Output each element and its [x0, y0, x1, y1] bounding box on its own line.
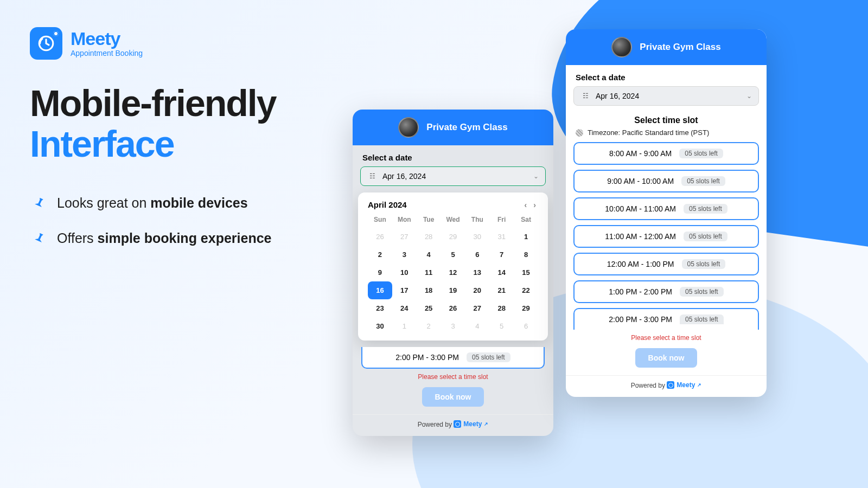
calendar-month-label: April 2024 — [368, 200, 407, 209]
selected-date: Apr 16, 2024 — [596, 92, 639, 100]
hero-heading-line2: Interface — [30, 123, 339, 165]
slots-left-badge: 05 slots left — [684, 204, 727, 214]
calendar-day[interactable]: 24 — [392, 299, 417, 317]
timeslot-range: 11:00 AM - 12:00 AM — [605, 232, 676, 241]
calendar-day[interactable]: 21 — [489, 281, 514, 299]
timeslot-range: 9:00 AM - 10:00 AM — [607, 177, 674, 185]
calendar-day[interactable]: 1 — [514, 228, 538, 246]
pin-icon — [30, 230, 46, 246]
select-timeslot-heading: Select time slot — [566, 112, 767, 129]
calendar-day[interactable]: 30 — [368, 317, 392, 335]
calendar-next-button[interactable]: › — [531, 201, 538, 209]
timeslot-row[interactable]: 10:00 AM - 11:00 AM05 slots left — [573, 197, 759, 220]
brand-name: Meety — [71, 29, 143, 48]
timeslot-row[interactable]: 9:00 AM - 10:00 AM05 slots left — [573, 170, 759, 192]
slots-left-badge: 05 slots left — [680, 287, 724, 297]
calendar-day[interactable]: 28 — [489, 299, 514, 317]
calendar-weekday-row: SunMonTueWedThuFriSat — [368, 214, 538, 228]
calendar-day: 31 — [489, 228, 514, 246]
calendar-day: 27 — [392, 228, 417, 246]
calendar-day[interactable]: 11 — [417, 264, 441, 281]
book-now-button[interactable]: Book now — [422, 387, 484, 407]
slots-left-badge: 05 slots left — [679, 149, 723, 158]
calendar-day[interactable]: 23 — [368, 299, 392, 317]
timeslot-row[interactable]: 1:00 PM - 2:00 PM05 slots left — [573, 280, 759, 303]
calendar-day[interactable]: 12 — [441, 264, 465, 281]
class-title: Private Gym Class — [426, 122, 507, 133]
chevron-down-icon: ⌄ — [533, 172, 539, 180]
calendar-day[interactable]: 25 — [417, 299, 441, 317]
mobile-preview-calendar: Private Gym Class Select a date ☷ Apr 16… — [353, 110, 553, 436]
calendar-weekday: Mon — [392, 214, 417, 228]
calendar-day[interactable]: 16 — [368, 281, 392, 299]
powered-logo[interactable]: Meety↗ — [454, 420, 488, 428]
feature-bullet-1: Looks great on mobile devices — [30, 195, 339, 211]
timeslot-row[interactable]: 11:00 AM - 12:00 AM05 slots left — [573, 225, 759, 248]
book-now-button[interactable]: Book now — [635, 348, 698, 368]
calendar-day[interactable]: 4 — [417, 246, 441, 264]
calendar-day[interactable]: 27 — [465, 299, 489, 317]
class-avatar — [398, 117, 419, 138]
calendar-day[interactable]: 29 — [514, 299, 538, 317]
calendar-day[interactable]: 18 — [417, 281, 441, 299]
class-avatar — [611, 37, 632, 57]
calendar-day[interactable]: 2 — [368, 246, 392, 264]
calendar-day[interactable]: 13 — [465, 264, 489, 281]
calendar-day[interactable]: 26 — [441, 299, 465, 317]
calendar-icon: ☷ — [367, 171, 377, 181]
timeslot-range: 2:00 PM - 3:00 PM — [395, 353, 459, 362]
calendar-popover: April 2024 ‹ › SunMonTueWedThuFriSat 262… — [358, 192, 548, 341]
calendar-day[interactable]: 20 — [465, 281, 489, 299]
calendar-day[interactable]: 10 — [392, 264, 417, 281]
calendar-weekday: Tue — [417, 214, 441, 228]
calendar-weekday: Fri — [489, 214, 514, 228]
calendar-day: 29 — [441, 228, 465, 246]
calendar-weekday: Thu — [465, 214, 489, 228]
slots-left-badge: 05 slots left — [467, 352, 510, 362]
timezone-label: Timezone: Pacific Standard time (PST) — [588, 129, 709, 137]
chevron-down-icon: ⌄ — [746, 92, 752, 100]
date-picker-field[interactable]: ☷ Apr 16, 2024 ⌄ — [360, 166, 546, 186]
brand-logo-icon — [30, 27, 62, 60]
calendar-day[interactable]: 14 — [489, 264, 514, 281]
mobile-preview-timeslots: Private Gym Class Select a date ☷ Apr 16… — [566, 29, 767, 397]
timeslot-range: 12:00 AM - 1:00 PM — [607, 260, 674, 268]
calendar-day[interactable]: 7 — [489, 246, 514, 264]
calendar-day: 28 — [417, 228, 441, 246]
calendar-day[interactable]: 5 — [441, 246, 465, 264]
brand-tagline: Appointment Booking — [71, 49, 143, 57]
calendar-day: 5 — [489, 317, 514, 335]
class-title: Private Gym Class — [640, 42, 720, 53]
timeslot-row-peek[interactable]: 2:00 PM - 3:00 PM 05 slots left — [361, 347, 545, 369]
timeslot-row[interactable]: 12:00 AM - 1:00 PM05 slots left — [573, 253, 759, 275]
timeslot-row[interactable]: 2:00 PM - 3:00 PM05 slots left — [573, 308, 759, 330]
brand-lockup: Meety Appointment Booking — [30, 27, 339, 60]
select-date-label: Select a date — [566, 65, 767, 86]
calendar-day[interactable]: 22 — [514, 281, 538, 299]
calendar-day: 4 — [465, 317, 489, 335]
calendar-day[interactable]: 3 — [392, 246, 417, 264]
calendar-day: 2 — [417, 317, 441, 335]
calendar-prev-button[interactable]: ‹ — [522, 201, 529, 209]
calendar-day[interactable]: 17 — [392, 281, 417, 299]
timezone-row: Timezone: Pacific Standard time (PST) — [566, 129, 767, 142]
select-date-label: Select a date — [353, 145, 553, 166]
timeslot-range: 1:00 PM - 2:00 PM — [609, 287, 672, 296]
powered-logo[interactable]: Meety↗ — [667, 381, 701, 389]
calendar-weekday: Sun — [368, 214, 392, 228]
timeslot-range: 2:00 PM - 3:00 PM — [609, 315, 672, 324]
calendar-day: 6 — [514, 317, 538, 335]
selected-date: Apr 16, 2024 — [382, 172, 426, 181]
calendar-day[interactable]: 15 — [514, 264, 538, 281]
powered-by-footer: Powered by Meety↗ — [353, 414, 553, 436]
calendar-day[interactable]: 9 — [368, 264, 392, 281]
calendar-day[interactable]: 19 — [441, 281, 465, 299]
calendar-day[interactable]: 6 — [465, 246, 489, 264]
calendar-day[interactable]: 8 — [514, 246, 538, 264]
calendar-day: 1 — [392, 317, 417, 335]
timeslot-row[interactable]: 8:00 AM - 9:00 AM05 slots left — [573, 142, 759, 165]
calendar-day: 30 — [465, 228, 489, 246]
date-picker-field[interactable]: ☷ Apr 16, 2024 ⌄ — [573, 86, 759, 106]
powered-by-footer: Powered by Meety↗ — [566, 375, 767, 397]
calendar-weekday: Wed — [441, 214, 465, 228]
